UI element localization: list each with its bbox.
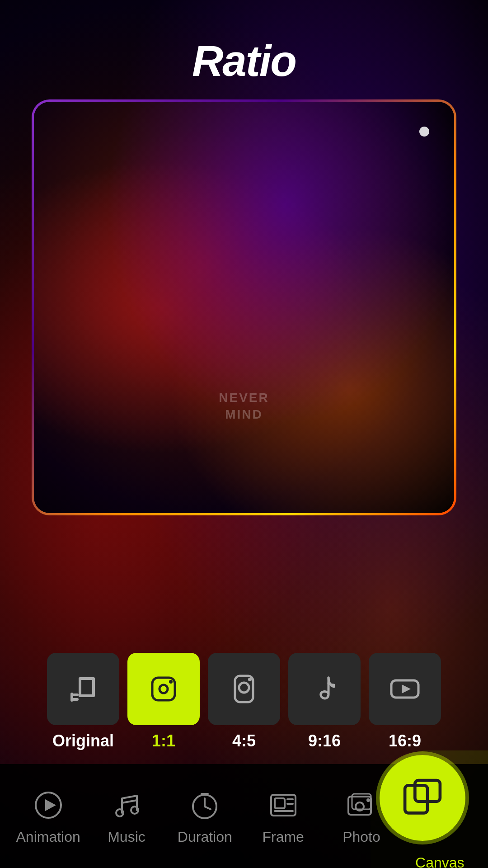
ratio-option-16-9[interactable]: 16:9 [369,653,441,750]
svg-point-2 [169,680,173,684]
svg-line-15 [205,807,211,809]
frame-icon [265,787,301,823]
page-title: Ratio [0,36,488,86]
music-icon [108,787,145,823]
ratio-btn-original[interactable] [47,653,119,725]
canvas-circle-bg [380,755,465,841]
ratio-btn-4-5[interactable] [208,653,280,725]
svg-rect-18 [275,798,285,808]
frame-resize-handle[interactable] [419,127,429,137]
ratio-label-original: Original [52,731,114,750]
svg-line-12 [122,800,137,803]
ratio-option-1-1[interactable]: 1:1 [127,653,200,750]
svg-rect-4 [239,683,249,693]
svg-marker-7 [402,684,411,693]
ratio-btn-1-1[interactable] [127,653,200,725]
ratio-btn-16-9[interactable] [369,653,441,725]
ratio-option-9-16[interactable]: 9:16 [288,653,361,750]
toolbar-label-photo: Photo [343,829,380,845]
canvas-active-button[interactable] [380,755,465,841]
duration-icon [187,787,223,823]
svg-marker-9 [45,799,56,811]
animation-icon [30,787,66,823]
ratio-label-9-16: 9:16 [308,731,341,750]
ratio-label-1-1: 1:1 [152,731,175,750]
canvas-ratio-icon [400,775,445,821]
ratio-options-row: Original 1:1 4:5 [0,653,488,750]
svg-point-25 [366,798,370,802]
svg-rect-1 [160,685,168,693]
toolbar-label-animation: Animation [16,829,80,845]
toolbar-label-canvas: Canvas [415,854,465,868]
photo-frame-inner: NEVER MIND [34,102,454,513]
ratio-option-4-5[interactable]: 4:5 [208,653,280,750]
svg-rect-27 [415,780,440,802]
photo-frame: NEVER MIND [32,99,456,515]
svg-point-5 [248,678,252,681]
photo-icon [343,787,380,823]
toolbar-item-duration[interactable]: Duration [166,787,244,845]
ratio-btn-9-16[interactable] [288,653,361,725]
ratio-label-4-5: 4:5 [232,731,256,750]
toolbar-item-music[interactable]: Music [87,787,165,845]
toolbar-label-duration: Duration [178,829,232,845]
ratio-label-16-9: 16:9 [389,731,421,750]
toolbar-label-frame: Frame [262,829,304,845]
svg-rect-26 [405,785,427,813]
toolbar-label-music: Music [108,829,145,845]
shirt-text: NEVER MIND [219,390,269,423]
ratio-option-original[interactable]: Original [47,653,119,750]
toolbar-item-frame[interactable]: Frame [244,787,322,845]
toolbar-item-animation[interactable]: Animation [9,787,87,845]
